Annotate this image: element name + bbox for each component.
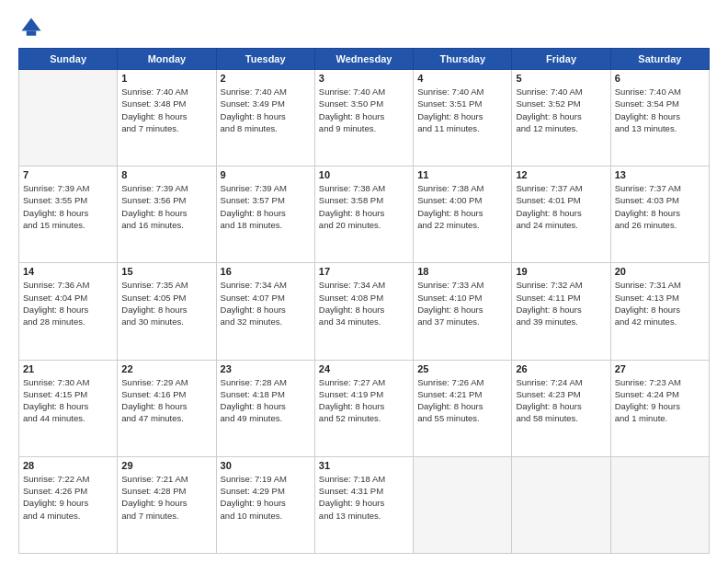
day-info: Sunrise: 7:22 AM Sunset: 4:26 PM Dayligh… xyxy=(23,473,113,522)
calendar-cell xyxy=(512,456,610,553)
calendar-cell: 17Sunrise: 7:34 AM Sunset: 4:08 PM Dayli… xyxy=(314,263,413,360)
weekday-monday: Monday xyxy=(118,49,216,70)
calendar-cell: 31Sunrise: 7:18 AM Sunset: 4:31 PM Dayli… xyxy=(314,456,413,553)
day-info: Sunrise: 7:33 AM Sunset: 4:10 PM Dayligh… xyxy=(417,279,507,327)
day-number: 29 xyxy=(121,460,211,471)
day-number: 12 xyxy=(516,169,606,180)
day-number: 13 xyxy=(615,169,705,180)
day-number: 9 xyxy=(221,169,311,180)
day-info: Sunrise: 7:38 AM Sunset: 4:00 PM Dayligh… xyxy=(417,182,507,231)
weekday-friday: Friday xyxy=(512,49,610,70)
page: SundayMondayTuesdayWednesdayThursdayFrid… xyxy=(0,0,728,563)
day-info: Sunrise: 7:31 AM Sunset: 4:13 PM Dayligh… xyxy=(615,279,705,327)
calendar-table: SundayMondayTuesdayWednesdayThursdayFrid… xyxy=(18,48,710,554)
day-info: Sunrise: 7:34 AM Sunset: 4:08 PM Dayligh… xyxy=(319,279,409,327)
day-info: Sunrise: 7:26 AM Sunset: 4:21 PM Dayligh… xyxy=(417,376,507,425)
day-number: 2 xyxy=(221,73,311,84)
calendar-cell: 13Sunrise: 7:37 AM Sunset: 4:03 PM Dayli… xyxy=(610,167,709,263)
calendar-cell: 29Sunrise: 7:21 AM Sunset: 4:28 PM Dayli… xyxy=(118,456,216,553)
calendar-cell: 28Sunrise: 7:22 AM Sunset: 4:26 PM Dayli… xyxy=(19,456,118,553)
day-info: Sunrise: 7:19 AM Sunset: 4:29 PM Dayligh… xyxy=(221,473,311,522)
day-info: Sunrise: 7:40 AM Sunset: 3:50 PM Dayligh… xyxy=(319,86,409,134)
day-number: 18 xyxy=(417,266,507,277)
day-number: 11 xyxy=(417,169,507,180)
calendar-cell: 24Sunrise: 7:27 AM Sunset: 4:19 PM Dayli… xyxy=(314,360,413,456)
calendar-cell: 20Sunrise: 7:31 AM Sunset: 4:13 PM Dayli… xyxy=(610,263,709,360)
calendar-cell: 5Sunrise: 7:40 AM Sunset: 3:52 PM Daylig… xyxy=(512,70,610,167)
calendar-cell: 16Sunrise: 7:34 AM Sunset: 4:07 PM Dayli… xyxy=(216,263,314,360)
day-number: 16 xyxy=(221,266,311,277)
calendar-cell: 19Sunrise: 7:32 AM Sunset: 4:11 PM Dayli… xyxy=(512,263,610,360)
calendar-cell: 18Sunrise: 7:33 AM Sunset: 4:10 PM Dayli… xyxy=(414,263,512,360)
day-number: 14 xyxy=(23,266,113,277)
day-info: Sunrise: 7:38 AM Sunset: 3:58 PM Dayligh… xyxy=(319,182,409,231)
day-number: 23 xyxy=(221,363,311,374)
day-number: 21 xyxy=(23,363,113,374)
day-number: 1 xyxy=(121,73,211,84)
day-info: Sunrise: 7:37 AM Sunset: 4:01 PM Dayligh… xyxy=(516,182,606,231)
weekday-wednesday: Wednesday xyxy=(314,49,413,70)
calendar-cell: 8Sunrise: 7:39 AM Sunset: 3:56 PM Daylig… xyxy=(118,167,216,263)
calendar-cell xyxy=(414,456,512,553)
day-info: Sunrise: 7:40 AM Sunset: 3:49 PM Dayligh… xyxy=(221,86,311,134)
day-info: Sunrise: 7:21 AM Sunset: 4:28 PM Dayligh… xyxy=(121,473,211,522)
weekday-saturday: Saturday xyxy=(610,49,709,70)
day-number: 4 xyxy=(417,73,507,84)
header xyxy=(18,15,710,40)
calendar-week-2: 7Sunrise: 7:39 AM Sunset: 3:55 PM Daylig… xyxy=(19,167,710,263)
calendar-week-5: 28Sunrise: 7:22 AM Sunset: 4:26 PM Dayli… xyxy=(19,456,710,553)
day-number: 30 xyxy=(221,460,311,471)
calendar-cell: 6Sunrise: 7:40 AM Sunset: 3:54 PM Daylig… xyxy=(610,70,709,167)
calendar-week-1: 1Sunrise: 7:40 AM Sunset: 3:48 PM Daylig… xyxy=(19,70,710,167)
weekday-tuesday: Tuesday xyxy=(216,49,314,70)
calendar-cell: 15Sunrise: 7:35 AM Sunset: 4:05 PM Dayli… xyxy=(118,263,216,360)
day-number: 28 xyxy=(23,460,113,471)
day-info: Sunrise: 7:39 AM Sunset: 3:56 PM Dayligh… xyxy=(121,182,211,231)
day-info: Sunrise: 7:39 AM Sunset: 3:55 PM Dayligh… xyxy=(23,182,113,231)
day-info: Sunrise: 7:35 AM Sunset: 4:05 PM Dayligh… xyxy=(121,279,211,327)
calendar-cell xyxy=(19,70,118,167)
day-number: 10 xyxy=(319,169,409,180)
calendar-cell xyxy=(610,456,709,553)
day-info: Sunrise: 7:30 AM Sunset: 4:15 PM Dayligh… xyxy=(23,376,113,425)
logo xyxy=(18,15,48,40)
calendar-cell: 4Sunrise: 7:40 AM Sunset: 3:51 PM Daylig… xyxy=(414,70,512,167)
calendar-cell: 22Sunrise: 7:29 AM Sunset: 4:16 PM Dayli… xyxy=(118,360,216,456)
calendar-week-3: 14Sunrise: 7:36 AM Sunset: 4:04 PM Dayli… xyxy=(19,263,710,360)
calendar-cell: 11Sunrise: 7:38 AM Sunset: 4:00 PM Dayli… xyxy=(414,167,512,263)
day-number: 5 xyxy=(516,73,606,84)
day-info: Sunrise: 7:29 AM Sunset: 4:16 PM Dayligh… xyxy=(121,376,211,425)
weekday-header-row: SundayMondayTuesdayWednesdayThursdayFrid… xyxy=(19,49,710,70)
day-number: 19 xyxy=(516,266,606,277)
calendar-cell: 1Sunrise: 7:40 AM Sunset: 3:48 PM Daylig… xyxy=(118,70,216,167)
calendar-cell: 25Sunrise: 7:26 AM Sunset: 4:21 PM Dayli… xyxy=(414,360,512,456)
day-number: 25 xyxy=(417,363,507,374)
day-info: Sunrise: 7:37 AM Sunset: 4:03 PM Dayligh… xyxy=(615,182,705,231)
day-number: 24 xyxy=(319,363,409,374)
day-info: Sunrise: 7:40 AM Sunset: 3:54 PM Dayligh… xyxy=(615,86,705,134)
day-info: Sunrise: 7:40 AM Sunset: 3:52 PM Dayligh… xyxy=(516,86,606,134)
weekday-sunday: Sunday xyxy=(19,49,118,70)
calendar-cell: 3Sunrise: 7:40 AM Sunset: 3:50 PM Daylig… xyxy=(314,70,413,167)
day-info: Sunrise: 7:39 AM Sunset: 3:57 PM Dayligh… xyxy=(221,182,311,231)
day-info: Sunrise: 7:28 AM Sunset: 4:18 PM Dayligh… xyxy=(221,376,311,425)
day-info: Sunrise: 7:40 AM Sunset: 3:51 PM Dayligh… xyxy=(417,86,507,134)
day-number: 3 xyxy=(319,73,409,84)
calendar-cell: 12Sunrise: 7:37 AM Sunset: 4:01 PM Dayli… xyxy=(512,167,610,263)
day-info: Sunrise: 7:18 AM Sunset: 4:31 PM Dayligh… xyxy=(319,473,409,522)
day-info: Sunrise: 7:24 AM Sunset: 4:23 PM Dayligh… xyxy=(516,376,606,425)
calendar-week-4: 21Sunrise: 7:30 AM Sunset: 4:15 PM Dayli… xyxy=(19,360,710,456)
calendar-cell: 30Sunrise: 7:19 AM Sunset: 4:29 PM Dayli… xyxy=(216,456,314,553)
day-number: 7 xyxy=(23,169,113,180)
calendar-cell: 7Sunrise: 7:39 AM Sunset: 3:55 PM Daylig… xyxy=(19,167,118,263)
day-number: 17 xyxy=(319,266,409,277)
svg-rect-1 xyxy=(27,31,37,36)
calendar-cell: 26Sunrise: 7:24 AM Sunset: 4:23 PM Dayli… xyxy=(512,360,610,456)
svg-marker-0 xyxy=(22,18,41,31)
day-number: 8 xyxy=(121,169,211,180)
day-info: Sunrise: 7:23 AM Sunset: 4:24 PM Dayligh… xyxy=(615,376,705,425)
day-number: 22 xyxy=(121,363,211,374)
day-info: Sunrise: 7:40 AM Sunset: 3:48 PM Dayligh… xyxy=(121,86,211,134)
calendar-cell: 27Sunrise: 7:23 AM Sunset: 4:24 PM Dayli… xyxy=(610,360,709,456)
calendar-cell: 9Sunrise: 7:39 AM Sunset: 3:57 PM Daylig… xyxy=(216,167,314,263)
